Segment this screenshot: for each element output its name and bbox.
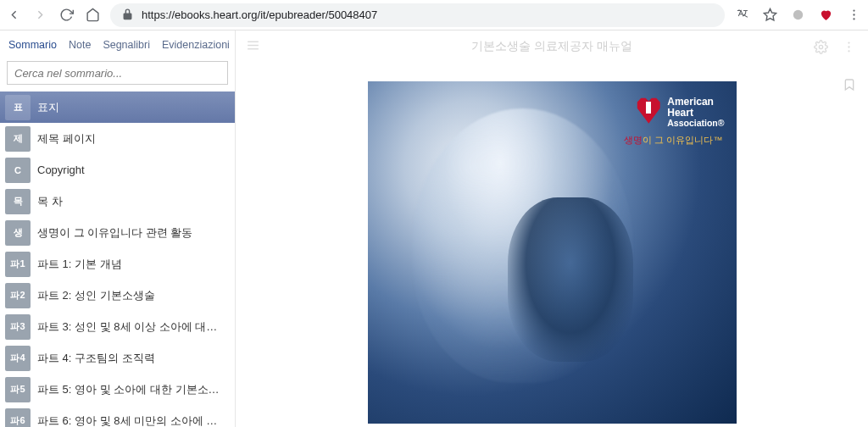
toc-item-title-page[interactable]: 제 제목 페이지 — [0, 123, 235, 154]
toc-badge: 파2 — [5, 283, 31, 308]
star-icon[interactable] — [763, 8, 777, 22]
svg-point-11 — [848, 50, 849, 52]
toc-label: 파트 6: 영아 및 8세 미만의 소아에 대한 자… — [37, 413, 235, 428]
toc-item-part4[interactable]: 파4 파트 4: 구조팀의 조직력 — [0, 342, 235, 374]
toc-badge: C — [5, 158, 31, 183]
url-text: https://ebooks.heart.org/it/epubreader/5… — [142, 8, 377, 21]
nav-controls — [7, 8, 100, 22]
book-cover: American Heart Association® 생명이 그 이유입니다™ — [368, 81, 737, 424]
aha-tagline: 생명이 그 이유입니다™ — [624, 134, 722, 147]
tab-evidenziazioni[interactable]: Evidenziazioni — [162, 39, 230, 51]
toc-item-part3[interactable]: 파3 파트 3: 성인 및 8세 이상 소아에 대한 자동… — [0, 311, 235, 342]
toc-item-cover[interactable]: 표 표지 — [0, 92, 235, 123]
reader-title: 기본소생술 의료제공자 매뉴얼 — [471, 39, 632, 54]
reader-pane: 기본소생술 의료제공자 매뉴얼 American Heart Associat — [236, 30, 868, 427]
toc-label: 파트 5: 영아 및 소아에 대한 기본소생술 — [37, 382, 235, 397]
svg-point-1 — [793, 10, 803, 19]
svg-marker-0 — [764, 8, 776, 19]
menu-dots-icon[interactable] — [847, 8, 861, 22]
toc-badge: 생 — [5, 220, 31, 246]
search-input[interactable] — [7, 61, 228, 85]
svg-point-3 — [853, 14, 854, 15]
bookmark-icon[interactable] — [843, 76, 856, 97]
toc-label: 표지 — [37, 100, 235, 115]
toc-badge: 목 — [5, 189, 31, 214]
toc-label: 파트 3: 성인 및 8세 이상 소아에 대한 자동… — [37, 319, 235, 335]
browser-toolbar: https://ebooks.heart.org/it/epubreader/5… — [0, 0, 868, 30]
lock-icon — [120, 8, 135, 22]
toc-label: 제목 페이지 — [37, 131, 235, 147]
svg-point-9 — [848, 42, 849, 43]
svg-point-10 — [848, 46, 849, 47]
back-icon[interactable] — [7, 8, 21, 22]
toc-badge: 파5 — [5, 377, 31, 402]
reload-icon[interactable] — [59, 8, 74, 22]
toc-label: 파트 2: 성인 기본소생술 — [37, 288, 235, 303]
toc-item-copyright[interactable]: C Copyright — [0, 154, 235, 186]
aha-logo: American Heart Association® — [635, 97, 724, 129]
more-icon[interactable] — [842, 40, 856, 54]
toc-item-part6[interactable]: 파6 파트 6: 영아 및 8세 미만의 소아에 대한 자… — [0, 405, 235, 427]
tab-note[interactable]: Note — [69, 39, 91, 51]
sidebar-search — [7, 61, 228, 85]
brand-line3: Association® — [667, 119, 724, 129]
toc-badge: 파3 — [5, 314, 31, 340]
svg-point-2 — [853, 9, 854, 11]
extension-heart-icon[interactable] — [819, 8, 833, 22]
svg-point-4 — [853, 18, 854, 19]
toc-label: 파트 1: 기본 개념 — [37, 257, 235, 272]
cover-container: American Heart Association® 생명이 그 이유입니다™ — [236, 63, 868, 424]
svg-point-8 — [819, 45, 822, 48]
toc-badge: 파1 — [5, 252, 31, 277]
toc-badge: 표 — [5, 95, 31, 120]
address-bar[interactable]: https://ebooks.heart.org/it/epubreader/5… — [110, 3, 725, 27]
cover-anatomy — [508, 197, 633, 362]
toc-label: 파트 4: 구조팀의 조직력 — [37, 351, 235, 366]
sidebar: Sommario Note Segnalibri Evidenziazioni … — [0, 30, 236, 427]
toc-list: 표 표지 제 제목 페이지 C Copyright 목 목 차 생 생명이 그 … — [0, 92, 235, 427]
toc-item-part2[interactable]: 파2 파트 2: 성인 기본소생술 — [0, 280, 235, 311]
tagline-highlight: 생명 — [624, 135, 643, 145]
toc-badge: 파6 — [5, 408, 31, 428]
toc-label: Copyright — [37, 164, 235, 176]
sidebar-tabs: Sommario Note Segnalibri Evidenziazioni … — [0, 30, 235, 59]
aha-brand-text: American Heart Association® — [667, 97, 724, 129]
toc-badge: 파4 — [5, 346, 31, 371]
home-icon[interactable] — [86, 8, 100, 22]
menu-icon[interactable] — [246, 38, 260, 55]
circle-icon[interactable] — [791, 8, 805, 22]
tagline-rest: 이 그 이유입니다™ — [643, 135, 722, 145]
toc-item-life-reason[interactable]: 생 생명이 그 이유입니다 관련 활동 — [0, 217, 235, 248]
toc-item-contents[interactable]: 목 목 차 — [0, 186, 235, 217]
translate-icon[interactable] — [735, 8, 749, 22]
browser-right-icons — [735, 8, 861, 22]
tab-segnalibri[interactable]: Segnalibri — [103, 39, 150, 51]
heart-icon — [635, 97, 662, 127]
toc-label: 생명이 그 이유입니다 관련 활동 — [37, 225, 235, 241]
forward-icon[interactable] — [33, 8, 47, 22]
reader-header: 기본소생술 의료제공자 매뉴얼 — [236, 30, 868, 63]
toc-badge: 제 — [5, 126, 31, 152]
toc-item-part1[interactable]: 파1 파트 1: 기본 개념 — [0, 248, 235, 280]
toc-label: 목 차 — [37, 194, 235, 209]
toc-item-part5[interactable]: 파5 파트 5: 영아 및 소아에 대한 기본소생술 — [0, 374, 235, 405]
app-container: Sommario Note Segnalibri Evidenziazioni … — [0, 30, 868, 427]
tab-sommario[interactable]: Sommario — [8, 39, 57, 51]
settings-icon[interactable] — [814, 40, 828, 54]
